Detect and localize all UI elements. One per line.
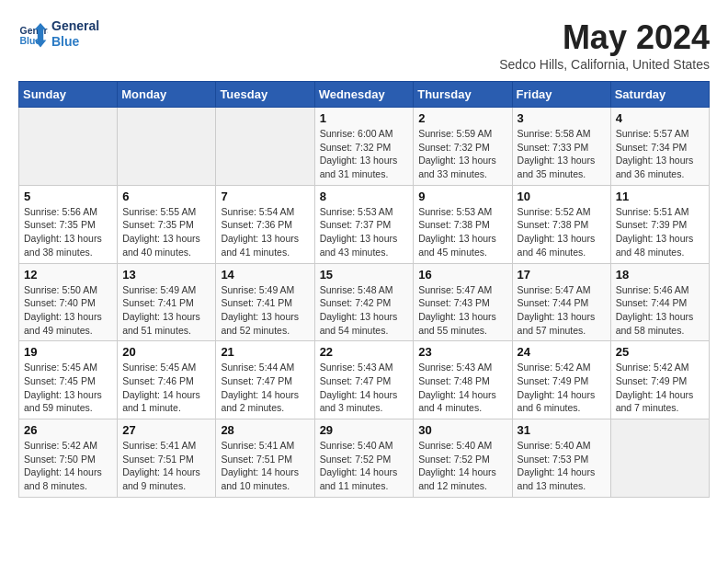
day-info: Sunrise: 5:57 AM Sunset: 7:34 PM Dayligh… — [616, 127, 704, 181]
day-number: 14 — [221, 268, 309, 282]
day-number: 20 — [122, 345, 210, 359]
day-number: 11 — [616, 190, 704, 203]
day-info: Sunrise: 5:54 AM Sunset: 7:36 PM Dayligh… — [221, 205, 309, 259]
calendar-cell: 21Sunrise: 5:44 AM Sunset: 7:47 PM Dayli… — [216, 341, 314, 419]
day-number: 8 — [320, 190, 409, 203]
day-number: 1 — [320, 111, 409, 125]
title-block: May 2024 Sedco Hills, California, United… — [499, 18, 710, 72]
weekday-header-row: SundayMondayTuesdayWednesdayThursdayFrid… — [19, 82, 710, 108]
day-info: Sunrise: 5:55 AM Sunset: 7:35 PM Dayligh… — [122, 205, 210, 259]
day-number: 13 — [122, 268, 210, 282]
calendar-cell: 20Sunrise: 5:45 AM Sunset: 7:46 PM Dayli… — [118, 341, 216, 419]
day-number: 23 — [418, 345, 506, 359]
day-info: Sunrise: 5:47 AM Sunset: 7:44 PM Dayligh… — [518, 283, 606, 338]
calendar-cell: 23Sunrise: 5:43 AM Sunset: 7:48 PM Dayli… — [414, 341, 512, 419]
weekday-header-monday: Monday — [118, 82, 216, 108]
weekday-header-tuesday: Tuesday — [216, 82, 314, 108]
day-number: 25 — [616, 345, 704, 359]
day-number: 28 — [221, 423, 309, 437]
calendar-cell: 8Sunrise: 5:53 AM Sunset: 7:37 PM Daylig… — [314, 185, 414, 263]
day-info: Sunrise: 6:00 AM Sunset: 7:32 PM Dayligh… — [320, 127, 409, 181]
day-info: Sunrise: 5:40 AM Sunset: 7:52 PM Dayligh… — [418, 439, 506, 493]
day-number: 7 — [221, 190, 309, 203]
day-info: Sunrise: 5:59 AM Sunset: 7:32 PM Dayligh… — [418, 127, 506, 181]
calendar-cell — [19, 108, 118, 186]
calendar-cell: 15Sunrise: 5:48 AM Sunset: 7:42 PM Dayli… — [314, 263, 414, 341]
calendar-cell — [118, 108, 216, 186]
day-number: 30 — [418, 423, 506, 437]
calendar-cell: 16Sunrise: 5:47 AM Sunset: 7:43 PM Dayli… — [414, 263, 512, 341]
calendar-week-2: 5Sunrise: 5:56 AM Sunset: 7:35 PM Daylig… — [19, 185, 710, 263]
weekday-header-saturday: Saturday — [610, 82, 709, 108]
day-number: 6 — [122, 190, 210, 203]
calendar-table: SundayMondayTuesdayWednesdayThursdayFrid… — [18, 81, 710, 498]
day-number: 10 — [518, 190, 606, 203]
day-info: Sunrise: 5:42 AM Sunset: 7:50 PM Dayligh… — [24, 439, 112, 493]
location: Sedco Hills, California, United States — [499, 57, 710, 72]
calendar-cell — [610, 419, 709, 498]
day-number: 2 — [418, 111, 506, 125]
day-number: 22 — [320, 345, 409, 359]
calendar-cell: 5Sunrise: 5:56 AM Sunset: 7:35 PM Daylig… — [19, 185, 118, 263]
calendar-cell: 30Sunrise: 5:40 AM Sunset: 7:52 PM Dayli… — [414, 419, 512, 498]
calendar-cell: 27Sunrise: 5:41 AM Sunset: 7:51 PM Dayli… — [118, 419, 216, 498]
weekday-header-friday: Friday — [512, 82, 610, 108]
day-info: Sunrise: 5:42 AM Sunset: 7:49 PM Dayligh… — [518, 361, 606, 415]
day-number: 5 — [24, 190, 112, 203]
day-info: Sunrise: 5:49 AM Sunset: 7:41 PM Dayligh… — [122, 283, 210, 338]
calendar-cell: 2Sunrise: 5:59 AM Sunset: 7:32 PM Daylig… — [414, 108, 512, 186]
calendar-cell: 10Sunrise: 5:52 AM Sunset: 7:38 PM Dayli… — [512, 185, 610, 263]
day-info: Sunrise: 5:40 AM Sunset: 7:53 PM Dayligh… — [518, 439, 606, 493]
day-number: 26 — [24, 423, 112, 437]
calendar-cell: 28Sunrise: 5:41 AM Sunset: 7:51 PM Dayli… — [216, 419, 314, 498]
calendar-cell: 13Sunrise: 5:49 AM Sunset: 7:41 PM Dayli… — [118, 263, 216, 341]
day-info: Sunrise: 5:48 AM Sunset: 7:42 PM Dayligh… — [320, 283, 409, 338]
calendar-cell: 11Sunrise: 5:51 AM Sunset: 7:39 PM Dayli… — [610, 185, 709, 263]
calendar-cell: 22Sunrise: 5:43 AM Sunset: 7:47 PM Dayli… — [314, 341, 414, 419]
day-number: 21 — [221, 345, 309, 359]
day-number: 19 — [24, 345, 112, 359]
calendar-week-1: 1Sunrise: 6:00 AM Sunset: 7:32 PM Daylig… — [19, 108, 710, 186]
day-info: Sunrise: 5:43 AM Sunset: 7:48 PM Dayligh… — [418, 361, 506, 415]
calendar-cell: 29Sunrise: 5:40 AM Sunset: 7:52 PM Dayli… — [314, 419, 414, 498]
day-info: Sunrise: 5:51 AM Sunset: 7:39 PM Dayligh… — [616, 205, 704, 259]
day-info: Sunrise: 5:40 AM Sunset: 7:52 PM Dayligh… — [320, 439, 409, 493]
day-number: 12 — [24, 268, 112, 282]
day-info: Sunrise: 5:49 AM Sunset: 7:41 PM Dayligh… — [221, 283, 309, 338]
calendar-cell — [216, 108, 314, 186]
day-info: Sunrise: 5:45 AM Sunset: 7:46 PM Dayligh… — [122, 361, 210, 415]
calendar-week-5: 26Sunrise: 5:42 AM Sunset: 7:50 PM Dayli… — [19, 419, 710, 498]
logo: General Blue General Blue — [18, 18, 99, 50]
day-info: Sunrise: 5:45 AM Sunset: 7:45 PM Dayligh… — [24, 361, 112, 415]
day-number: 27 — [122, 423, 210, 437]
day-number: 4 — [616, 111, 704, 125]
day-number: 15 — [320, 268, 409, 282]
weekday-header-thursday: Thursday — [414, 82, 512, 108]
calendar-week-3: 12Sunrise: 5:50 AM Sunset: 7:40 PM Dayli… — [19, 263, 710, 341]
logo-text-line1: General — [51, 18, 99, 34]
calendar-cell: 1Sunrise: 6:00 AM Sunset: 7:32 PM Daylig… — [314, 108, 414, 186]
day-info: Sunrise: 5:41 AM Sunset: 7:51 PM Dayligh… — [221, 439, 309, 493]
day-info: Sunrise: 5:41 AM Sunset: 7:51 PM Dayligh… — [122, 439, 210, 493]
calendar-cell: 17Sunrise: 5:47 AM Sunset: 7:44 PM Dayli… — [512, 263, 610, 341]
calendar-cell: 31Sunrise: 5:40 AM Sunset: 7:53 PM Dayli… — [512, 419, 610, 498]
day-number: 24 — [518, 345, 606, 359]
calendar-cell: 24Sunrise: 5:42 AM Sunset: 7:49 PM Dayli… — [512, 341, 610, 419]
calendar-cell: 9Sunrise: 5:53 AM Sunset: 7:38 PM Daylig… — [414, 185, 512, 263]
day-info: Sunrise: 5:44 AM Sunset: 7:47 PM Dayligh… — [221, 361, 309, 415]
logo-text-line2: Blue — [51, 34, 99, 50]
day-info: Sunrise: 5:43 AM Sunset: 7:47 PM Dayligh… — [320, 361, 409, 415]
calendar-cell: 14Sunrise: 5:49 AM Sunset: 7:41 PM Dayli… — [216, 263, 314, 341]
calendar-cell: 12Sunrise: 5:50 AM Sunset: 7:40 PM Dayli… — [19, 263, 118, 341]
day-info: Sunrise: 5:46 AM Sunset: 7:44 PM Dayligh… — [616, 283, 704, 338]
month-title: May 2024 — [499, 18, 710, 57]
day-info: Sunrise: 5:47 AM Sunset: 7:43 PM Dayligh… — [418, 283, 506, 338]
calendar-cell: 25Sunrise: 5:42 AM Sunset: 7:49 PM Dayli… — [610, 341, 709, 419]
logo-icon: General Blue — [18, 19, 48, 49]
weekday-header-wednesday: Wednesday — [314, 82, 414, 108]
day-info: Sunrise: 5:42 AM Sunset: 7:49 PM Dayligh… — [616, 361, 704, 415]
day-info: Sunrise: 5:56 AM Sunset: 7:35 PM Dayligh… — [24, 205, 112, 259]
day-info: Sunrise: 5:52 AM Sunset: 7:38 PM Dayligh… — [518, 205, 606, 259]
day-number: 31 — [518, 423, 606, 437]
day-info: Sunrise: 5:53 AM Sunset: 7:37 PM Dayligh… — [320, 205, 409, 259]
